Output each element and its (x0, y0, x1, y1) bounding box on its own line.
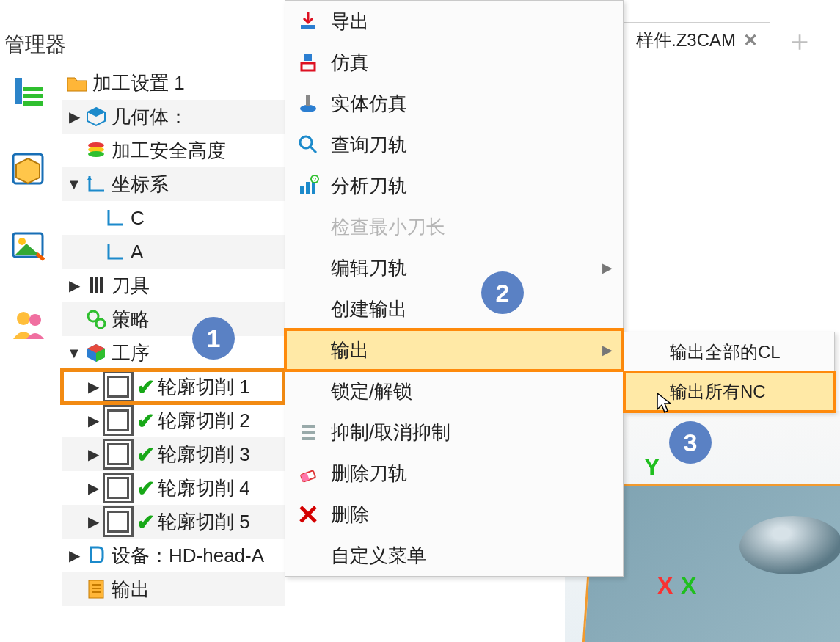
tree-safety[interactable]: 加工安全高度 (62, 134, 285, 167)
svg-line-33 (310, 147, 316, 153)
tree-strategy[interactable]: 策略 (62, 302, 285, 336)
menu-custom[interactable]: 自定义菜单 (285, 535, 623, 576)
chevron-right-icon: ▶ (602, 260, 613, 276)
tree-op-5[interactable]: ▶ ✔ 轮廓切削 5 (62, 505, 285, 539)
menu-edit-path[interactable]: 编辑刀轨 ▶ (285, 247, 623, 288)
cube-color-icon (84, 340, 109, 365)
tree-csys-c[interactable]: C (62, 201, 285, 235)
menu-label: 删除 (331, 502, 369, 528)
tree-csys-a[interactable]: A (62, 235, 285, 269)
tree-csys-c-label: C (131, 207, 145, 230)
menu-analyze-path[interactable]: ? 分析刀轨 (285, 165, 623, 206)
close-icon[interactable]: ✕ (743, 30, 758, 51)
tree-op-label: 轮廓切削 3 (158, 442, 250, 467)
manager-tab-icon[interactable] (7, 70, 48, 112)
analyze-icon: ? (296, 173, 321, 198)
tools-icon (84, 273, 109, 298)
chevron-down-icon[interactable]: ▼ (65, 345, 84, 362)
check-icon: ✔ (136, 442, 155, 467)
svg-rect-1 (23, 87, 43, 91)
tree-op-4[interactable]: ▶ ✔ 轮廓切削 4 (62, 471, 285, 505)
tree-device-label: 设备：HD-head-A (112, 543, 264, 569)
document-tab[interactable]: 样件.Z3CAM ✕ (624, 22, 770, 58)
suppress-icon (296, 420, 321, 445)
menu-label: 删除刀轨 (331, 461, 407, 486)
menu-delete-path[interactable]: 删除刀轨 (285, 453, 623, 494)
tree-geometry[interactable]: ▶ 几何体： (62, 100, 285, 134)
menu-label: 创建输出 (331, 296, 407, 322)
menu-simulate[interactable]: 仿真 (285, 42, 623, 83)
menu-label: 实体仿真 (331, 91, 407, 117)
search-icon (296, 132, 321, 157)
menu-check-min-length: 检查最小刀长 (285, 206, 623, 247)
chevron-right-icon[interactable]: ▶ (84, 378, 103, 395)
chevron-right-icon[interactable]: ▶ (84, 513, 103, 530)
chevron-right-icon[interactable]: ▶ (65, 108, 84, 125)
menu-label: 分析刀轨 (331, 173, 407, 199)
menu-query-path[interactable]: 查询刀轨 (285, 124, 623, 165)
menu-output[interactable]: 输出 ▶ (285, 329, 623, 371)
svg-point-30 (300, 105, 316, 112)
output-submenu: 输出全部的CL 输出所有NC (624, 332, 835, 412)
checkbox[interactable] (107, 409, 129, 431)
axis-icon (84, 172, 109, 197)
menu-suppress[interactable]: 抑制/取消抑制 (285, 412, 623, 453)
tree-geometry-label: 几何体： (112, 104, 188, 130)
svg-point-15 (88, 151, 104, 157)
checkbox[interactable] (107, 511, 129, 533)
axis-icon (103, 239, 128, 264)
menu-lock-unlock[interactable]: 锁定/解锁 (285, 371, 623, 412)
menu-label: 编辑刀轨 (331, 255, 407, 281)
tree-op-3[interactable]: ▶ ✔ 轮廓切削 3 (62, 437, 285, 471)
chevron-right-icon[interactable]: ▶ (84, 479, 103, 497)
svg-marker-5 (16, 158, 40, 183)
checkbox[interactable] (107, 376, 129, 398)
axis-icon (103, 205, 128, 230)
menu-solid-simulate[interactable]: 实体仿真 (285, 83, 623, 124)
menu-export[interactable]: 导出 (285, 1, 623, 42)
checkbox[interactable] (107, 443, 129, 465)
menu-create-output[interactable]: 创建输出 (285, 288, 623, 329)
svg-point-20 (96, 319, 105, 328)
tree-device[interactable]: ▶ 设备：HD-head-A (62, 539, 285, 572)
image-tab-icon[interactable] (7, 226, 48, 267)
checkbox[interactable] (107, 477, 129, 499)
submenu-output-cl[interactable]: 输出全部的CL (624, 332, 834, 372)
submenu-output-nc[interactable]: 输出所有NC (624, 372, 834, 412)
svg-rect-3 (23, 101, 43, 106)
check-icon: ✔ (136, 408, 155, 434)
svg-rect-39 (302, 425, 315, 428)
manager-tree[interactable]: 加工设置 1 ▶ 几何体： 加工安全高度 ▼ 坐标系 C A (62, 66, 285, 606)
tree-op-1[interactable]: ▶ ✔ 轮廓切削 1 (62, 370, 285, 404)
layers-icon (84, 138, 109, 163)
tree-root[interactable]: 加工设置 1 (62, 66, 285, 100)
tree-ops[interactable]: ▼ 工序 (62, 336, 285, 370)
tree-ops-label: 工序 (112, 340, 150, 366)
menu-label: 自定义菜单 (331, 543, 426, 569)
tree-csys[interactable]: ▼ 坐标系 (62, 167, 285, 201)
svg-rect-35 (306, 182, 310, 194)
tree-csys-label: 坐标系 (112, 172, 169, 197)
check-icon: ✔ (136, 509, 155, 535)
box-tab-icon[interactable] (7, 148, 48, 189)
chevron-right-icon[interactable]: ▶ (65, 547, 84, 564)
tree-output-label: 输出 (112, 577, 150, 602)
tree-op-2[interactable]: ▶ ✔ 轮廓切削 2 (62, 404, 285, 437)
users-tab-icon[interactable] (7, 304, 48, 345)
svg-rect-18 (100, 277, 103, 293)
menu-delete[interactable]: 删除 (285, 494, 623, 535)
tree-tools[interactable]: ▶ 刀具 (62, 269, 285, 302)
context-menu: 导出 仿真 实体仿真 查询刀轨 ? 分析刀轨 检查最小刀长 编辑刀轨 ▶ 创建输… (285, 0, 624, 577)
chevron-down-icon[interactable]: ▼ (65, 176, 84, 193)
tree-safety-label: 加工安全高度 (112, 138, 226, 164)
add-tab-button[interactable]: ＋ (785, 26, 814, 55)
device-icon (84, 543, 109, 568)
svg-rect-41 (302, 437, 315, 440)
menu-label: 导出 (331, 9, 369, 34)
svg-rect-16 (90, 277, 93, 293)
tree-output[interactable]: 输出 (62, 572, 285, 606)
chevron-right-icon[interactable]: ▶ (84, 412, 103, 429)
chevron-right-icon[interactable]: ▶ (65, 277, 84, 294)
menu-label: 仿真 (331, 50, 369, 76)
chevron-right-icon[interactable]: ▶ (84, 445, 103, 463)
